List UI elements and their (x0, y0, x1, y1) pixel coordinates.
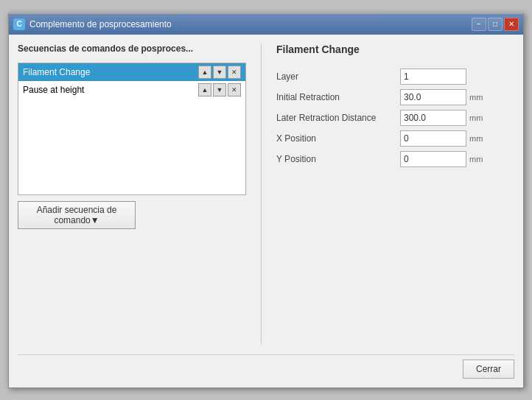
add-sequence-label: Añadir secuencia de comando▼ (26, 205, 127, 225)
item-controls: ▲ ▼ ✕ (198, 66, 241, 79)
item-up-button[interactable]: ▲ (198, 66, 211, 79)
close-dialog-label: Cerrar (476, 364, 501, 374)
field-unit-x-position: mm (469, 134, 487, 143)
item-remove-button[interactable]: ✕ (228, 66, 241, 79)
title-bar: C Complemento de posprocesamiento − □ ✕ (9, 14, 523, 35)
field-input-later-retraction[interactable] (400, 110, 466, 126)
window-title: Complemento de posprocesamiento (29, 19, 467, 29)
window-body: Secuencias de comandos de posproces... F… (9, 35, 523, 387)
form-row-y-position: Y Position mm (276, 151, 514, 167)
list-item[interactable]: Pause at height ▲ ▼ ✕ (18, 81, 245, 99)
sequence-list: Filament Change ▲ ▼ ✕ Pause at height ▲ … (18, 63, 246, 195)
field-input-group-initial-retraction: mm (400, 89, 487, 105)
panel-divider (261, 43, 262, 344)
field-unit-later-retraction: mm (469, 113, 487, 122)
left-panel-title: Secuencias de comandos de posproces... (18, 43, 246, 54)
app-icon: C (13, 18, 25, 30)
section-title: Filament Change (276, 43, 514, 55)
close-dialog-button[interactable]: Cerrar (463, 359, 514, 379)
field-input-layer[interactable] (400, 69, 466, 85)
form-row-layer: Layer (276, 69, 514, 85)
item-down-button[interactable]: ▼ (213, 83, 226, 97)
field-label-initial-retraction: Initial Retraction (276, 92, 394, 102)
left-panel: Secuencias de comandos de posproces... F… (18, 43, 246, 344)
window-controls: − □ ✕ (472, 18, 519, 31)
content-area: Secuencias de comandos de posproces... F… (18, 43, 514, 344)
field-input-group-layer (400, 69, 466, 85)
list-item[interactable]: Filament Change ▲ ▼ ✕ (18, 63, 245, 81)
field-label-y-position: Y Position (276, 154, 394, 164)
minimize-button[interactable]: − (472, 18, 486, 31)
right-panel: Filament Change Layer Initial Retraction (276, 43, 514, 344)
field-label-x-position: X Position (276, 133, 394, 144)
list-item-label: Pause at height (23, 85, 198, 95)
field-input-group-later-retraction: mm (400, 110, 487, 126)
field-label-layer: Layer (276, 71, 394, 82)
item-controls: ▲ ▼ ✕ (198, 83, 241, 97)
field-unit-initial-retraction: mm (469, 93, 487, 102)
footer: Cerrar (18, 354, 514, 379)
main-window: C Complemento de posprocesamiento − □ ✕ … (8, 13, 524, 388)
form-table: Layer Initial Retraction mm (276, 69, 514, 167)
item-remove-button[interactable]: ✕ (228, 83, 241, 97)
field-input-initial-retraction[interactable] (400, 89, 466, 105)
field-input-group-x-position: mm (400, 130, 487, 147)
add-sequence-button[interactable]: Añadir secuencia de comando▼ (18, 201, 136, 229)
maximize-button[interactable]: □ (488, 18, 503, 31)
form-row-initial-retraction: Initial Retraction mm (276, 89, 514, 105)
list-item-label: Filament Change (23, 67, 198, 77)
item-up-button[interactable]: ▲ (198, 83, 211, 97)
form-row-x-position: X Position mm (276, 130, 514, 147)
field-unit-y-position: mm (469, 155, 487, 164)
field-input-y-position[interactable] (400, 151, 466, 167)
field-input-group-y-position: mm (400, 151, 487, 167)
field-label-later-retraction: Later Retraction Distance (276, 113, 394, 123)
field-input-x-position[interactable] (400, 130, 466, 147)
item-down-button[interactable]: ▼ (213, 66, 226, 79)
close-window-button[interactable]: ✕ (504, 18, 519, 31)
form-row-later-retraction: Later Retraction Distance mm (276, 110, 514, 126)
